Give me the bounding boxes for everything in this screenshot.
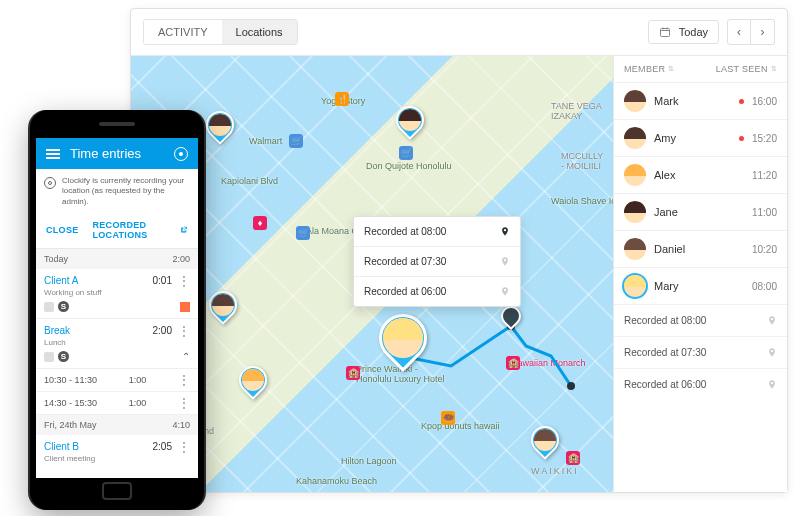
- entry-menu-icon[interactable]: ⋮: [178, 278, 190, 284]
- poi-icon: 🍩: [441, 411, 455, 425]
- chevron-up-icon[interactable]: ⌃: [182, 351, 190, 362]
- map-label: Kahanamoku Beach: [296, 476, 377, 486]
- sub-time-entry[interactable]: 14:30 - 15:30 1:00 ⋮: [36, 392, 198, 415]
- map-label: Don Quijote Honolulu: [366, 161, 452, 171]
- sort-icon: ⇅: [668, 65, 674, 73]
- sort-icon: ⇅: [771, 65, 777, 73]
- entry-description: Working on stuff: [44, 288, 190, 297]
- date-label: Today: [679, 26, 708, 38]
- poi-icon: 🛒: [399, 146, 413, 160]
- date-prev-button[interactable]: ‹: [727, 19, 751, 45]
- last-seen-time: 15:20: [752, 133, 777, 144]
- external-link-icon: [180, 225, 188, 235]
- locate-icon[interactable]: [174, 147, 188, 161]
- date-nav: ‹ ›: [727, 19, 775, 45]
- menu-icon[interactable]: [46, 149, 60, 159]
- tab-locations[interactable]: Locations: [222, 20, 297, 44]
- member-row[interactable]: Alex11:20: [614, 156, 787, 193]
- location-icon: [767, 314, 777, 327]
- time-entry[interactable]: Client A 0:01 ⋮ Working on stuff S: [36, 269, 198, 319]
- member-name: Amy: [654, 132, 731, 144]
- location-icon: [767, 346, 777, 359]
- map-label: Kpop donuts hawaii: [421, 421, 500, 431]
- member-row[interactable]: Mark16:00: [614, 82, 787, 119]
- member-row[interactable]: Mary08:00: [614, 267, 787, 304]
- close-button[interactable]: CLOSE: [46, 220, 79, 240]
- last-seen-time: 08:00: [752, 281, 777, 292]
- section-header-friday: Fri, 24th May 4:10: [36, 415, 198, 435]
- desktop-body: YogurStory Walmart Don Quijote Honolulu …: [131, 55, 787, 492]
- member-name: Jane: [654, 206, 744, 218]
- recorded-popup-row[interactable]: Recorded at 06:00: [354, 277, 520, 306]
- member-row[interactable]: Amy15:20: [614, 119, 787, 156]
- entry-description: Lunch: [44, 338, 190, 347]
- location-icon: [500, 285, 510, 298]
- tag-icon: [44, 352, 54, 362]
- member-name: Alex: [654, 169, 744, 181]
- map-label: Ala Moana C: [306, 226, 358, 236]
- avatar: [624, 90, 646, 112]
- entry-title: Client B: [44, 441, 153, 452]
- member-pin[interactable]: [203, 285, 243, 325]
- calendar-icon: [659, 26, 671, 38]
- member-pin[interactable]: [200, 105, 240, 145]
- avatar: [624, 238, 646, 260]
- section-header-today: Today 2:00: [36, 249, 198, 269]
- entry-menu-icon[interactable]: ⋮: [178, 400, 190, 406]
- member-pin-selected[interactable]: [369, 304, 437, 372]
- location-icon: [767, 378, 777, 391]
- desktop-header: ACTIVITY Locations Today ‹ ›: [131, 9, 787, 55]
- map-label: WAIKIKI: [531, 466, 579, 476]
- member-name: Mark: [654, 95, 731, 107]
- tag-icon: [44, 302, 54, 312]
- col-member[interactable]: MEMBER⇅: [624, 64, 675, 74]
- entry-description: Client meeting: [44, 454, 190, 463]
- members-panel: MEMBER⇅ LAST SEEN⇅ Mark16:00Amy15:20Alex…: [613, 56, 787, 492]
- member-name: Daniel: [654, 243, 744, 255]
- recorded-label: Recorded at 06:00: [624, 379, 706, 390]
- tab-activity[interactable]: ACTIVITY: [144, 20, 222, 44]
- recorded-row[interactable]: Recorded at 08:00: [614, 304, 787, 336]
- poi-icon: 🛒: [296, 226, 310, 240]
- recorded-locations-button[interactable]: RECORDED LOCATIONS: [93, 220, 188, 240]
- svg-point-2: [567, 382, 575, 390]
- date-picker[interactable]: Today: [648, 20, 719, 44]
- avatar: [624, 164, 646, 186]
- date-next-button[interactable]: ›: [751, 19, 775, 45]
- time-entry[interactable]: Client B 2:05 ⋮ Client meeting: [36, 435, 198, 469]
- map-label: Waiola Shave Ice: [551, 196, 613, 206]
- entry-menu-icon[interactable]: ⋮: [178, 444, 190, 450]
- live-dot-icon: [739, 136, 744, 141]
- member-pin[interactable]: [525, 420, 565, 460]
- map-label: Kapiolani Blvd: [221, 176, 278, 186]
- notice-actions: CLOSE RECORDED LOCATIONS: [36, 214, 198, 249]
- stop-icon[interactable]: [180, 302, 190, 312]
- member-pin[interactable]: [390, 100, 430, 140]
- poi-icon: 🏨: [346, 366, 360, 380]
- target-icon: [44, 177, 56, 189]
- sub-time-entry[interactable]: 10:30 - 11:30 1:00 ⋮: [36, 369, 198, 392]
- member-row[interactable]: Daniel10:20: [614, 230, 787, 267]
- col-lastseen[interactable]: LAST SEEN⇅: [716, 64, 777, 74]
- recorded-popup-row[interactable]: Recorded at 07:30: [354, 247, 520, 277]
- entry-title: Client A: [44, 275, 153, 286]
- member-row[interactable]: Jane11:00: [614, 193, 787, 230]
- recorded-row[interactable]: Recorded at 06:00: [614, 368, 787, 400]
- time-entry[interactable]: Break 2:00 ⋮ Lunch S ⌃: [36, 319, 198, 369]
- phone-device: Time entries Clockify is currently recor…: [30, 110, 204, 510]
- member-pin[interactable]: [233, 360, 273, 400]
- entry-title: Break: [44, 325, 153, 336]
- location-icon: [500, 255, 510, 268]
- recorded-label: Recorded at 08:00: [624, 315, 706, 326]
- avatar: [624, 201, 646, 223]
- map-label: MCCULLY - MOILIILI: [561, 151, 603, 171]
- recorded-popup-row[interactable]: Recorded at 08:00: [354, 217, 520, 247]
- avatar: [624, 275, 646, 297]
- appbar: Time entries: [36, 138, 198, 169]
- entry-menu-icon[interactable]: ⋮: [178, 377, 190, 383]
- recorded-popup: Recorded at 08:00 Recorded at 07:30 Reco…: [353, 216, 521, 307]
- view-tabs: ACTIVITY Locations: [143, 19, 298, 45]
- recorded-row[interactable]: Recorded at 07:30: [614, 336, 787, 368]
- entry-time: 2:00: [153, 325, 172, 336]
- entry-menu-icon[interactable]: ⋮: [178, 328, 190, 334]
